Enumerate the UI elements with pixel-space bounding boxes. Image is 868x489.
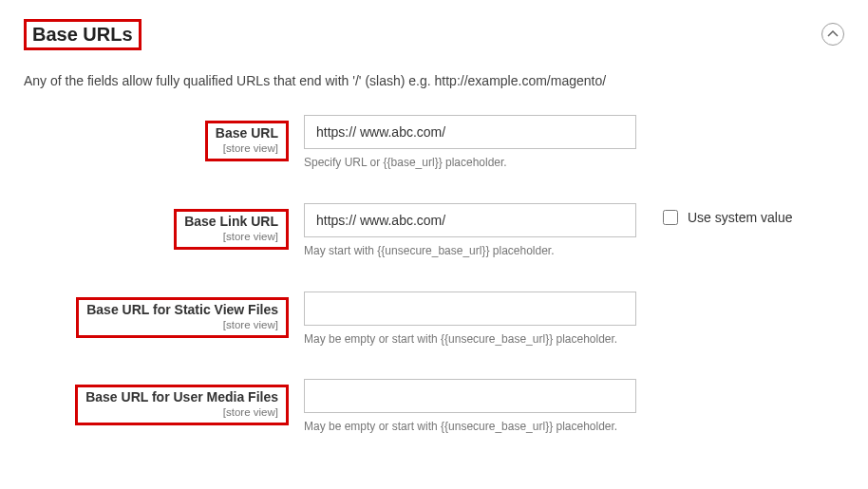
input-column: May start with {{unsecure_base_url}} pla… <box>304 203 636 259</box>
label-column: Base URL [store view] <box>24 115 304 161</box>
field-label: Base URL <box>216 126 278 141</box>
chevron-up-icon <box>827 30 839 38</box>
base-link-url-input[interactable] <box>304 203 636 237</box>
field-base-static-url: Base URL for Static View Files [store vi… <box>24 292 844 348</box>
field-label: Base URL for Static View Files <box>86 303 278 318</box>
use-system-checkbox[interactable] <box>663 210 678 225</box>
base-static-url-input[interactable] <box>304 292 636 326</box>
input-column: May be empty or start with {{unsecure_ba… <box>304 379 636 435</box>
section-header: Base URLs <box>24 19 844 50</box>
label-base-media-url: Base URL for User Media Files [store vie… <box>75 385 289 425</box>
section-title: Base URLs <box>24 19 142 50</box>
field-hint: May be empty or start with {{unsecure_ba… <box>304 331 636 348</box>
field-base-url: Base URL [store view] Specify URL or {{b… <box>24 115 844 171</box>
field-hint: May start with {{unsecure_base_url}} pla… <box>304 243 636 259</box>
base-media-url-input[interactable] <box>304 379 636 413</box>
collapse-toggle[interactable] <box>821 23 844 46</box>
field-scope: [store view] <box>216 142 278 155</box>
field-label: Base URL for User Media Files <box>85 390 278 405</box>
base-url-input[interactable] <box>304 115 636 149</box>
label-base-url: Base URL [store view] <box>205 121 289 161</box>
field-hint: May be empty or start with {{unsecure_ba… <box>304 419 636 435</box>
field-hint: Specify URL or {{base_url}} placeholder. <box>304 155 636 171</box>
label-column: Base URL for User Media Files [store vie… <box>24 379 304 425</box>
label-column: Base URL for Static View Files [store vi… <box>24 292 304 338</box>
field-scope: [store view] <box>184 231 278 243</box>
use-system-label[interactable]: Use system value <box>688 210 792 225</box>
field-base-link-url: Base Link URL [store view] May start wit… <box>24 203 844 259</box>
input-column: May be empty or start with {{unsecure_ba… <box>304 292 636 348</box>
field-scope: [store view] <box>85 406 278 419</box>
input-column: Specify URL or {{base_url}} placeholder. <box>304 115 636 171</box>
section-description: Any of the fields allow fully qualified … <box>24 73 844 88</box>
field-scope: [store view] <box>86 319 278 331</box>
label-base-link-url: Base Link URL [store view] <box>174 209 289 250</box>
field-base-media-url: Base URL for User Media Files [store vie… <box>24 379 844 435</box>
field-label: Base Link URL <box>184 215 278 230</box>
label-base-static-url: Base URL for Static View Files [store vi… <box>76 297 289 338</box>
label-column: Base Link URL [store view] <box>24 203 304 250</box>
use-system-column: Use system value <box>636 203 792 225</box>
